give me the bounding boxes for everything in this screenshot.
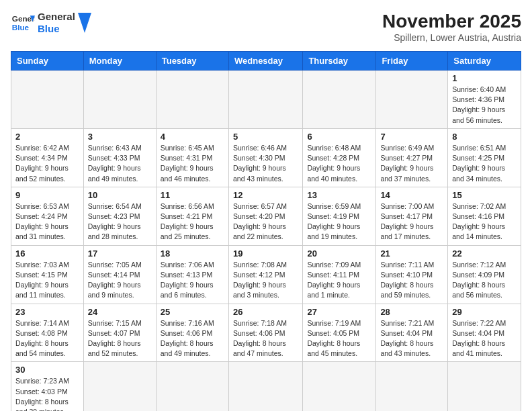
day-info: Sunrise: 6:42 AM Sunset: 4:34 PM Dayligh…: [15, 143, 79, 184]
calendar-cell: 25Sunrise: 7:16 AM Sunset: 4:06 PM Dayli…: [156, 304, 228, 362]
day-info: Sunrise: 7:18 AM Sunset: 4:06 PM Dayligh…: [233, 318, 298, 359]
day-number: 30: [15, 365, 79, 375]
calendar-cell: 6Sunrise: 6:48 AM Sunset: 4:28 PM Daylig…: [303, 128, 376, 187]
calendar-cell: [228, 362, 302, 411]
day-info: Sunrise: 7:11 AM Sunset: 4:10 PM Dayligh…: [380, 260, 443, 301]
day-info: Sunrise: 7:16 AM Sunset: 4:06 PM Dayligh…: [161, 318, 224, 359]
calendar-cell: 4Sunrise: 6:45 AM Sunset: 4:31 PM Daylig…: [156, 128, 228, 187]
day-info: Sunrise: 7:02 AM Sunset: 4:16 PM Dayligh…: [452, 201, 517, 242]
day-number: 8: [452, 132, 517, 142]
day-info: Sunrise: 7:08 AM Sunset: 4:12 PM Dayligh…: [233, 260, 298, 301]
calendar-cell: [83, 362, 156, 411]
day-info: Sunrise: 7:14 AM Sunset: 4:08 PM Dayligh…: [15, 318, 79, 359]
calendar-cell: [83, 71, 156, 129]
day-number: 18: [161, 248, 224, 259]
calendar-cell: 10Sunrise: 6:54 AM Sunset: 4:23 PM Dayli…: [83, 187, 156, 245]
calendar-cell: 2Sunrise: 6:42 AM Sunset: 4:34 PM Daylig…: [11, 128, 84, 187]
calendar-cell: 19Sunrise: 7:08 AM Sunset: 4:12 PM Dayli…: [228, 245, 302, 304]
calendar-week-row: 9Sunrise: 6:53 AM Sunset: 4:24 PM Daylig…: [11, 187, 521, 245]
day-info: Sunrise: 6:49 AM Sunset: 4:27 PM Dayligh…: [380, 143, 443, 184]
day-info: Sunrise: 6:46 AM Sunset: 4:30 PM Dayligh…: [233, 143, 298, 184]
day-number: 16: [15, 248, 79, 259]
day-number: 14: [380, 190, 443, 200]
calendar-cell: 5Sunrise: 6:46 AM Sunset: 4:30 PM Daylig…: [228, 128, 302, 187]
calendar-cell: [303, 362, 376, 411]
day-number: 19: [233, 248, 298, 259]
day-number: 27: [307, 307, 371, 317]
calendar-cell: 28Sunrise: 7:21 AM Sunset: 4:04 PM Dayli…: [376, 304, 448, 362]
day-info: Sunrise: 6:53 AM Sunset: 4:24 PM Dayligh…: [15, 201, 79, 242]
calendar-cell: 27Sunrise: 7:19 AM Sunset: 4:05 PM Dayli…: [303, 304, 376, 362]
weekday-header-tuesday: Tuesday: [156, 52, 228, 71]
calendar-cell: 7Sunrise: 6:49 AM Sunset: 4:27 PM Daylig…: [376, 128, 448, 187]
day-info: Sunrise: 7:09 AM Sunset: 4:11 PM Dayligh…: [307, 260, 371, 301]
day-number: 9: [15, 190, 79, 200]
svg-text:Blue: Blue: [12, 23, 30, 32]
calendar-cell: 12Sunrise: 6:57 AM Sunset: 4:20 PM Dayli…: [228, 187, 302, 245]
day-info: Sunrise: 6:56 AM Sunset: 4:21 PM Dayligh…: [161, 201, 224, 242]
day-number: 15: [452, 190, 517, 200]
day-info: Sunrise: 7:19 AM Sunset: 4:05 PM Dayligh…: [307, 318, 371, 359]
weekday-header-sunday: Sunday: [11, 52, 84, 71]
day-info: Sunrise: 6:48 AM Sunset: 4:28 PM Dayligh…: [307, 143, 371, 184]
day-number: 17: [88, 248, 152, 259]
calendar-cell: 20Sunrise: 7:09 AM Sunset: 4:11 PM Dayli…: [303, 245, 376, 304]
calendar-week-row: 1Sunrise: 6:40 AM Sunset: 4:36 PM Daylig…: [11, 71, 521, 129]
logo: General Blue General Blue: [11, 11, 91, 35]
location-subtitle: Spillern, Lower Austria, Austria: [382, 32, 521, 43]
month-title: November 2025: [382, 11, 521, 32]
day-number: 10: [88, 190, 152, 200]
calendar-cell: 21Sunrise: 7:11 AM Sunset: 4:10 PM Dayli…: [376, 245, 448, 304]
day-info: Sunrise: 7:12 AM Sunset: 4:09 PM Dayligh…: [452, 260, 517, 301]
day-info: Sunrise: 7:22 AM Sunset: 4:04 PM Dayligh…: [452, 318, 517, 359]
weekday-header-wednesday: Wednesday: [228, 52, 302, 71]
day-number: 1: [452, 73, 517, 83]
day-info: Sunrise: 7:03 AM Sunset: 4:15 PM Dayligh…: [15, 260, 79, 301]
calendar-cell: [156, 71, 228, 129]
day-number: 20: [307, 248, 371, 259]
day-info: Sunrise: 7:06 AM Sunset: 4:13 PM Dayligh…: [161, 260, 224, 301]
calendar-cell: [228, 71, 302, 129]
day-info: Sunrise: 7:05 AM Sunset: 4:14 PM Dayligh…: [88, 260, 152, 301]
calendar-cell: 14Sunrise: 7:00 AM Sunset: 4:17 PM Dayli…: [376, 187, 448, 245]
calendar-week-row: 23Sunrise: 7:14 AM Sunset: 4:08 PM Dayli…: [11, 304, 521, 362]
weekday-header-thursday: Thursday: [303, 52, 376, 71]
day-info: Sunrise: 6:40 AM Sunset: 4:36 PM Dayligh…: [452, 85, 517, 126]
day-info: Sunrise: 7:21 AM Sunset: 4:04 PM Dayligh…: [380, 318, 443, 359]
calendar-cell: 26Sunrise: 7:18 AM Sunset: 4:06 PM Dayli…: [228, 304, 302, 362]
day-info: Sunrise: 6:45 AM Sunset: 4:31 PM Dayligh…: [161, 143, 224, 184]
calendar-cell: 15Sunrise: 7:02 AM Sunset: 4:16 PM Dayli…: [448, 187, 521, 245]
day-number: 5: [233, 132, 298, 142]
calendar-cell: 22Sunrise: 7:12 AM Sunset: 4:09 PM Dayli…: [448, 245, 521, 304]
calendar-table: SundayMondayTuesdayWednesdayThursdayFrid…: [11, 51, 521, 411]
weekday-header-row: SundayMondayTuesdayWednesdayThursdayFrid…: [11, 52, 521, 71]
day-number: 3: [88, 132, 152, 142]
weekday-header-saturday: Saturday: [448, 52, 521, 71]
calendar-cell: 29Sunrise: 7:22 AM Sunset: 4:04 PM Dayli…: [448, 304, 521, 362]
day-number: 26: [233, 307, 298, 317]
day-info: Sunrise: 6:43 AM Sunset: 4:33 PM Dayligh…: [88, 143, 152, 184]
title-area: November 2025 Spillern, Lower Austria, A…: [382, 11, 521, 43]
logo-triangle-icon: [78, 13, 91, 33]
day-number: 7: [380, 132, 443, 142]
weekday-header-friday: Friday: [376, 52, 448, 71]
day-info: Sunrise: 6:54 AM Sunset: 4:23 PM Dayligh…: [88, 201, 152, 242]
day-info: Sunrise: 6:59 AM Sunset: 4:19 PM Dayligh…: [307, 201, 371, 242]
day-info: Sunrise: 7:00 AM Sunset: 4:17 PM Dayligh…: [380, 201, 443, 242]
calendar-cell: 3Sunrise: 6:43 AM Sunset: 4:33 PM Daylig…: [83, 128, 156, 187]
calendar-cell: [156, 362, 228, 411]
calendar-cell: 16Sunrise: 7:03 AM Sunset: 4:15 PM Dayli…: [11, 245, 84, 304]
calendar-week-row: 2Sunrise: 6:42 AM Sunset: 4:34 PM Daylig…: [11, 128, 521, 187]
day-info: Sunrise: 6:57 AM Sunset: 4:20 PM Dayligh…: [233, 201, 298, 242]
day-info: Sunrise: 7:23 AM Sunset: 4:03 PM Dayligh…: [15, 376, 79, 411]
calendar-cell: 8Sunrise: 6:51 AM Sunset: 4:25 PM Daylig…: [448, 128, 521, 187]
calendar-cell: 9Sunrise: 6:53 AM Sunset: 4:24 PM Daylig…: [11, 187, 84, 245]
weekday-header-monday: Monday: [83, 52, 156, 71]
calendar-cell: [448, 362, 521, 411]
day-number: 28: [380, 307, 443, 317]
calendar-cell: 17Sunrise: 7:05 AM Sunset: 4:14 PM Dayli…: [83, 245, 156, 304]
day-number: 6: [307, 132, 371, 142]
calendar-cell: 30Sunrise: 7:23 AM Sunset: 4:03 PM Dayli…: [11, 362, 84, 411]
day-number: 21: [380, 248, 443, 259]
calendar-week-row: 30Sunrise: 7:23 AM Sunset: 4:03 PM Dayli…: [11, 362, 521, 411]
